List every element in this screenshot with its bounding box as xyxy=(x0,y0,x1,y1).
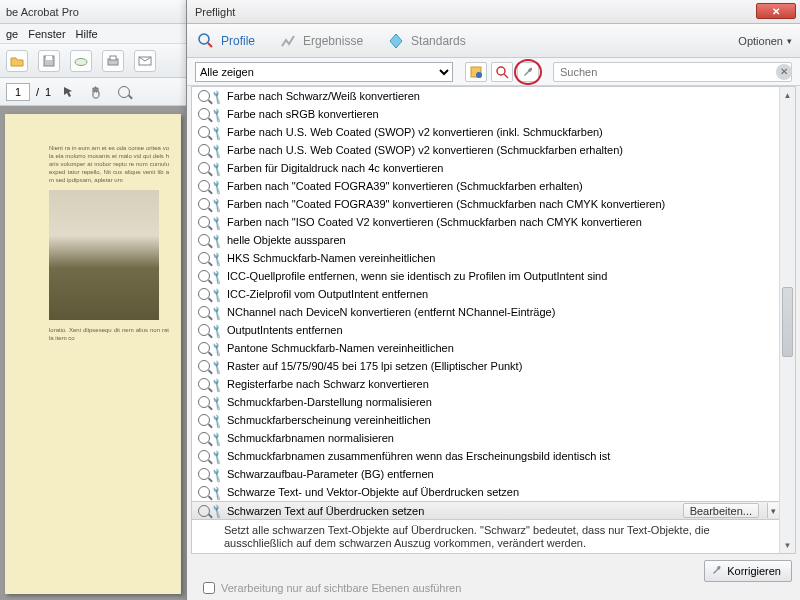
list-item[interactable]: 🔧Schwarzen Text auf Überdrucken setzenBe… xyxy=(192,501,779,520)
visible-layers-checkbox[interactable]: Verarbeitung nur auf sichtbare Ebenen au… xyxy=(203,582,461,594)
list-item[interactable]: 🔧ICC-Zielprofil vom OutputIntent entfern… xyxy=(192,285,779,303)
list-item[interactable]: 🔧Farben nach "Coated FOGRA39" konvertier… xyxy=(192,195,779,213)
options-menu[interactable]: Optionen xyxy=(738,24,792,58)
row-icons: 🔧 xyxy=(198,234,223,246)
dialog-titlebar[interactable]: Preflight ✕ xyxy=(187,0,800,24)
filter-btn-1-icon[interactable] xyxy=(465,62,487,82)
list-item[interactable]: 🔧helle Objekte aussparen xyxy=(192,231,779,249)
list-item[interactable]: 🔧ICC-Quellprofile entfernen, wenn sie id… xyxy=(192,267,779,285)
save-icon[interactable] xyxy=(38,50,60,72)
filter-btn-2-icon[interactable] xyxy=(491,62,513,82)
list-item-label: Schwarzen Text auf Überdrucken setzen xyxy=(227,505,424,517)
list-item[interactable]: 🔧Schwarzaufbau-Parameter (BG) entfernen xyxy=(192,465,779,483)
email-icon[interactable] xyxy=(134,50,156,72)
magnifier-icon xyxy=(198,378,210,390)
magnifier-icon xyxy=(198,486,210,498)
magnifier-icon xyxy=(198,108,210,120)
list-item[interactable]: 🔧Pantone Schmuckfarb-Namen vereinheitlic… xyxy=(192,339,779,357)
magnifier-icon xyxy=(198,468,210,480)
row-icons: 🔧 xyxy=(198,396,223,408)
results-icon xyxy=(279,32,297,50)
list-item-label: NChannel nach DeviceN konvertieren (entf… xyxy=(227,306,555,318)
list-item[interactable]: 🔧Farben für Digitaldruck nach 4c konvert… xyxy=(192,159,779,177)
list-item-label: Schwarze Text- und Vektor-Objekte auf Üb… xyxy=(227,486,519,498)
list-item[interactable]: 🔧Farben nach "Coated FOGRA39" konvertier… xyxy=(192,177,779,195)
page-number-input[interactable] xyxy=(6,83,30,101)
list-item-label: Schmuckfarbnamen zusammenführen wenn das… xyxy=(227,450,610,462)
list-item-label: Schmuckfarbnamen normalisieren xyxy=(227,432,394,444)
magnifier-icon xyxy=(198,90,210,102)
search-input[interactable] xyxy=(553,62,792,82)
list-item[interactable]: 🔧HKS Schmuckfarb-Namen vereinheitlichen xyxy=(192,249,779,267)
pdf-page[interactable]: Nient ra in eum am et es oda conse orite… xyxy=(5,114,181,594)
list-item[interactable]: 🔧Schmuckfarben-Darstellung normalisieren xyxy=(192,393,779,411)
tab-standards[interactable]: Standards xyxy=(387,32,466,50)
clear-search-icon[interactable]: ✕ xyxy=(776,64,792,80)
list-item-label: OutputIntents entfernen xyxy=(227,324,343,336)
filter-combo[interactable]: Alle zeigen xyxy=(195,62,453,82)
row-icons: 🔧 xyxy=(198,468,223,480)
select-tool-icon[interactable] xyxy=(57,82,79,102)
magnifier-icon xyxy=(198,162,210,174)
list-item-label: Schwarzaufbau-Parameter (BG) entfernen xyxy=(227,468,434,480)
edit-dropdown-icon[interactable]: ▾ xyxy=(767,503,779,518)
list-item[interactable]: 🔧Farbe nach sRGB konvertieren xyxy=(192,105,779,123)
tab-results[interactable]: Ergebnisse xyxy=(279,32,363,50)
zoom-tool-icon[interactable] xyxy=(113,82,135,102)
list-item-description: Setzt alle schwarzen Text-Objekte auf Üb… xyxy=(192,520,779,553)
page-image xyxy=(49,190,159,320)
svg-line-12 xyxy=(504,74,508,78)
menu-item[interactable]: ge xyxy=(6,28,18,40)
magnifier-icon xyxy=(198,414,210,426)
page-text: loratio. Xeni dlipsesequ dit nem alius n… xyxy=(49,326,169,342)
scrollbar[interactable]: ▲ ▼ xyxy=(779,87,795,553)
cloud-icon[interactable] xyxy=(70,50,92,72)
list-item[interactable]: 🔧Schwarze Text- und Vektor-Objekte auf Ü… xyxy=(192,483,779,501)
magnifier-icon xyxy=(198,252,210,264)
list-item[interactable]: 🔧Raster auf 15/75/90/45 bei 175 lpi setz… xyxy=(192,357,779,375)
list-item[interactable]: 🔧Farben nach "ISO Coated V2 konvertieren… xyxy=(192,213,779,231)
checkbox-input[interactable] xyxy=(203,582,215,594)
correct-button[interactable]: Korrigieren xyxy=(704,560,792,582)
scrollbar-thumb[interactable] xyxy=(782,287,793,357)
list-item[interactable]: 🔧Farbe nach U.S. Web Coated (SWOP) v2 ko… xyxy=(192,123,779,141)
list-item[interactable]: 🔧OutputIntents entfernen xyxy=(192,321,779,339)
magnifier-icon xyxy=(198,342,210,354)
checkbox-label: Verarbeitung nur auf sichtbare Ebenen au… xyxy=(221,582,461,594)
magnifier-icon xyxy=(198,126,210,138)
list-item[interactable]: 🔧NChannel nach DeviceN konvertieren (ent… xyxy=(192,303,779,321)
scroll-down-icon[interactable]: ▼ xyxy=(780,537,795,553)
print-icon[interactable] xyxy=(102,50,124,72)
hand-tool-icon[interactable] xyxy=(85,82,107,102)
list-item[interactable]: 🔧Registerfarbe nach Schwarz konvertieren xyxy=(192,375,779,393)
page-total: 1 xyxy=(45,86,51,98)
filter-btn-wrench-icon[interactable] xyxy=(517,62,539,82)
row-icons: 🔧 xyxy=(198,90,223,102)
row-icons: 🔧 xyxy=(198,180,223,192)
list-item-label: Farbe nach Schwarz/Weiß konvertieren xyxy=(227,90,420,102)
list-item[interactable]: 🔧Farbe nach U.S. Web Coated (SWOP) v2 ko… xyxy=(192,141,779,159)
row-icons: 🔧 xyxy=(198,432,223,444)
list-item[interactable]: 🔧Schmuckfarbnamen zusammenführen wenn da… xyxy=(192,447,779,465)
edit-button[interactable]: Bearbeiten... xyxy=(683,503,759,518)
tab-profile[interactable]: Profile xyxy=(197,32,255,50)
list-item-label: Farben für Digitaldruck nach 4c konverti… xyxy=(227,162,443,174)
svg-rect-4 xyxy=(110,56,116,60)
list-item[interactable]: 🔧Schmuckfarberscheinung vereinheitlichen xyxy=(192,411,779,429)
open-icon[interactable] xyxy=(6,50,28,72)
list-item-label: Raster auf 15/75/90/45 bei 175 lpi setze… xyxy=(227,360,522,372)
row-icons: 🔧 xyxy=(198,505,223,517)
scroll-up-icon[interactable]: ▲ xyxy=(780,87,795,103)
svg-point-11 xyxy=(497,67,505,75)
list-item[interactable]: 🔧Farbe nach Schwarz/Weiß konvertieren xyxy=(192,87,779,105)
preflight-dialog: Preflight ✕ Profile Ergebnisse Standards… xyxy=(186,0,800,600)
close-icon[interactable]: ✕ xyxy=(756,3,796,19)
svg-rect-1 xyxy=(46,56,52,60)
row-icons: 🔧 xyxy=(198,162,223,174)
menu-item[interactable]: Fenster xyxy=(28,28,65,40)
dialog-tabbar: Profile Ergebnisse Standards Optionen xyxy=(187,24,800,58)
row-icons: 🔧 xyxy=(198,252,223,264)
list-item[interactable]: 🔧Schmuckfarbnamen normalisieren xyxy=(192,429,779,447)
menu-item[interactable]: Hilfe xyxy=(76,28,98,40)
row-icons: 🔧 xyxy=(198,216,223,228)
